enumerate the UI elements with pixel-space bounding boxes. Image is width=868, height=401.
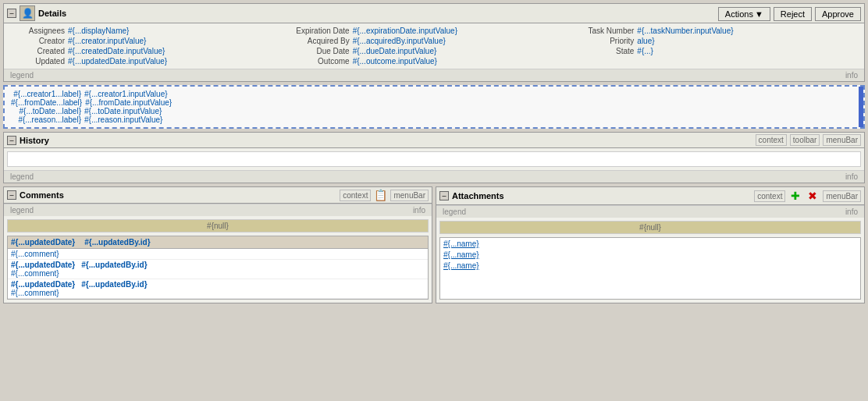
details-col2: Expiration Date #{...expirationDate.inpu… xyxy=(295,27,574,66)
attach-link-2[interactable]: #{...name} xyxy=(443,250,479,259)
comments-table: #{...updatedDate} #{...updatedBy.id} #{.… xyxy=(7,236,429,300)
middle-dashed-panel: #{...creator1...label} #{...creator1.inp… xyxy=(3,85,865,129)
field-row-updated: Updated #{...updatedDate.inputValue} xyxy=(10,57,289,66)
value-created: #{...createdDate.inputValue} xyxy=(68,47,165,55)
comments-panel: – Comments context 📋 menuBar legend info… xyxy=(3,186,432,303)
label-state: State xyxy=(579,47,634,55)
value-priority: alue} xyxy=(637,37,654,45)
details-footer: legend info xyxy=(4,69,864,81)
comment-date-3: #{...updatedDate} xyxy=(11,280,75,289)
attachments-context-label: context xyxy=(754,190,785,202)
history-panel: – History context toolbar menuBar legend… xyxy=(3,132,865,183)
right-actions: Actions ▼ Reject Approve xyxy=(718,7,861,21)
attachments-footer-top: legend info xyxy=(436,205,864,218)
value-assignees: #{...displayName} xyxy=(68,27,129,35)
comment-date-2: #{...updatedDate} xyxy=(11,261,75,269)
comments-header: – Comments context 📋 menuBar xyxy=(4,187,432,204)
details-panel: – 👤 Details toolbar Assignees #{...displ… xyxy=(3,3,865,82)
comment-text-1: #{...comment} xyxy=(11,250,425,258)
history-collapse-btn[interactable]: – xyxy=(7,136,16,145)
comments-table-header: #{...updatedDate} #{...updatedBy.id} xyxy=(8,236,428,249)
middle-field-reason: #{...reason...label} #{...reason.inputVa… xyxy=(11,115,857,124)
history-context-label: context xyxy=(756,134,787,146)
value-expiration: #{...expirationDate.inputValue} xyxy=(353,27,457,35)
comments-footer-top: legend info xyxy=(4,204,432,216)
main-container: – 👤 Details toolbar Assignees #{...displ… xyxy=(0,0,868,307)
comments-menu-label: menuBar xyxy=(390,190,429,201)
attach-row-2: #{...name} xyxy=(440,249,860,260)
middle-label-reason: #{...reason...label} xyxy=(11,115,81,124)
label-outcome: Outcome xyxy=(295,57,350,66)
middle-field-todate: #{...toDate...label} #{...toDate.inputVa… xyxy=(11,107,857,115)
details-title: Details xyxy=(38,9,66,18)
blue-bar xyxy=(859,87,863,127)
comments-toolbar: context 📋 menuBar xyxy=(340,189,429,201)
actions-button[interactable]: Actions ▼ xyxy=(718,7,770,21)
field-row-assignees: Assignees #{...displayName} xyxy=(10,27,289,35)
attachments-title: Attachments xyxy=(452,191,504,200)
field-row-tasknumber: Task Number #{...taskNumber.inputValue} xyxy=(579,27,858,35)
label-creator: Creator xyxy=(10,37,65,45)
value-outcome: #{...outcome.inputValue} xyxy=(353,57,437,66)
attachments-footer-legend: legend xyxy=(443,208,466,216)
middle-field-fromdate: #{...fromDate...label} #{...fromDate.inp… xyxy=(11,98,857,107)
field-row-outcome: Outcome #{...outcome.inputValue} xyxy=(295,57,574,66)
attachments-delete-button[interactable]: ✖ xyxy=(806,189,820,203)
comment-by-3: #{...updatedBy.id} xyxy=(81,280,147,289)
label-created: Created xyxy=(10,47,65,55)
comments-footer-info: info xyxy=(413,206,425,215)
details-collapse-btn[interactable]: – xyxy=(7,9,16,18)
middle-value-reason: #{...reason.inputValue} xyxy=(84,115,162,124)
comments-col-by: #{...updatedBy.id} xyxy=(84,238,150,247)
history-title: History xyxy=(20,136,49,145)
label-expiration: Expiration Date xyxy=(295,27,350,35)
dropdown-arrow-icon: ▼ xyxy=(755,9,763,19)
attach-link-1[interactable]: #{...name} xyxy=(443,240,479,248)
value-state: #{...} xyxy=(637,47,653,55)
field-row-created: Created #{...createdDate.inputValue} xyxy=(10,47,289,55)
field-row-creator: Creator #{...creator.inputValue} xyxy=(10,37,289,45)
field-row-duedate: Due Date #{...dueDate.inputValue} xyxy=(295,47,574,55)
middle-value-fromdate: #{...fromDate.inputValue} xyxy=(85,98,172,107)
reject-button[interactable]: Reject xyxy=(774,7,812,21)
comments-context-label: context xyxy=(340,190,371,201)
middle-field-creator1: #{...creator1...label} #{...creator1.inp… xyxy=(11,90,857,98)
value-acquired: #{...acquiredBy.inputValue} xyxy=(353,37,446,45)
history-toolbar: context toolbar menuBar xyxy=(756,134,861,146)
details-footer-legend: legend xyxy=(10,71,34,80)
middle-value-todate: #{...toDate.inputValue} xyxy=(84,107,162,115)
comment-row-3: #{...updatedDate} #{...updatedBy.id} #{.… xyxy=(8,279,428,299)
attachments-collapse-btn[interactable]: – xyxy=(439,191,449,200)
middle-value-creator1: #{...creator1.inputValue} xyxy=(84,90,168,98)
comments-null-bar: #{null} xyxy=(7,219,429,232)
bottom-row: – Comments context 📋 menuBar legend info… xyxy=(3,186,865,303)
attachments-panel: – Attachments context ✚ ✖ menuBar legend… xyxy=(436,186,865,303)
history-toolbar-label: toolbar xyxy=(790,134,820,146)
details-content: Assignees #{...displayName} Creator #{..… xyxy=(4,23,864,69)
comments-add-icon[interactable]: 📋 xyxy=(374,189,387,201)
attachments-add-button[interactable]: ✚ xyxy=(788,189,802,203)
comments-title: Comments xyxy=(20,190,64,200)
details-icon: 👤 xyxy=(20,5,35,21)
middle-label-creator1: #{...creator1...label} xyxy=(11,90,81,98)
attachments-null-bar: #{null} xyxy=(439,221,861,234)
field-row-expiration: Expiration Date #{...expirationDate.inpu… xyxy=(295,27,574,35)
history-content xyxy=(7,151,861,167)
field-row-priority: Priority alue} xyxy=(579,37,858,45)
comment-row-2-header: #{...updatedDate} #{...updatedBy.id} xyxy=(11,261,425,269)
approve-button[interactable]: Approve xyxy=(815,7,861,21)
history-menu-label: menuBar xyxy=(823,134,861,146)
comments-collapse-btn[interactable]: – xyxy=(7,190,16,200)
history-header: – History context toolbar menuBar xyxy=(4,133,864,148)
value-duedate: #{...dueDate.inputValue} xyxy=(353,47,437,55)
label-updated: Updated xyxy=(10,57,65,66)
comments-footer-legend: legend xyxy=(10,206,34,215)
value-updated: #{...updatedDate.inputValue} xyxy=(68,57,167,66)
middle-label-todate: #{...toDate...label} xyxy=(11,107,81,115)
details-col1: Assignees #{...displayName} Creator #{..… xyxy=(10,27,289,66)
attachments-table: #{...name} #{...name} #{...name} xyxy=(439,237,861,300)
attach-link-3[interactable]: #{...name} xyxy=(443,261,479,270)
comment-text-2: #{...comment} xyxy=(11,269,425,278)
comments-col-date: #{...updatedDate} xyxy=(11,238,75,247)
history-footer: legend info xyxy=(4,170,864,183)
